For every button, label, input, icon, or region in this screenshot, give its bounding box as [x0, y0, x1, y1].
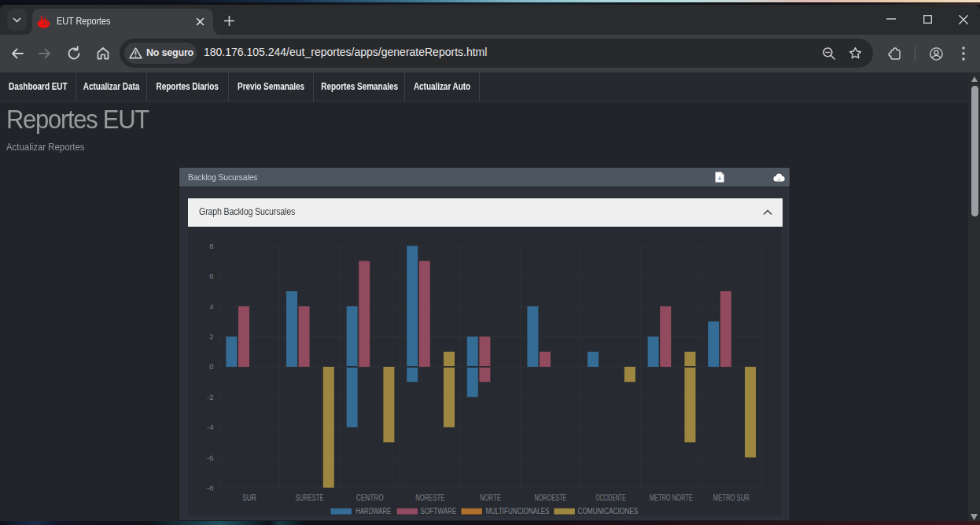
- svg-text:-2: -2: [207, 393, 213, 401]
- svg-text:CENTRO: CENTRO: [356, 494, 384, 502]
- svg-text:6: 6: [209, 272, 213, 280]
- svg-text:-8: -8: [207, 483, 213, 492]
- svg-text:OCCIDENTE: OCCIDENTE: [596, 494, 626, 502]
- svg-text:-4: -4: [207, 423, 213, 431]
- svg-text:SUR: SUR: [242, 494, 256, 502]
- svg-text:METRO NORTE: METRO NORTE: [650, 494, 693, 502]
- svg-text:METRO SUR: METRO SUR: [713, 494, 750, 502]
- svg-text:SURESTE: SURESTE: [296, 494, 324, 502]
- svg-text:NORESTE: NORESTE: [415, 494, 444, 502]
- svg-text:MULTIFUNCIONALES: MULTIFUNCIONALES: [486, 507, 550, 516]
- svg-text:COMUNICACIONES: COMUNICACIONES: [577, 507, 638, 516]
- svg-text:NORTE: NORTE: [480, 494, 501, 502]
- svg-text:SOFTWARE: SOFTWARE: [421, 507, 457, 516]
- svg-text:4: 4: [209, 302, 213, 311]
- svg-text:-6: -6: [207, 453, 213, 462]
- svg-text:8: 8: [209, 242, 213, 250]
- svg-text:NOROESTE: NOROESTE: [535, 494, 567, 502]
- svg-text:0: 0: [209, 362, 213, 371]
- svg-text:HARDWARE: HARDWARE: [356, 507, 391, 516]
- svg-text:2: 2: [209, 332, 213, 341]
